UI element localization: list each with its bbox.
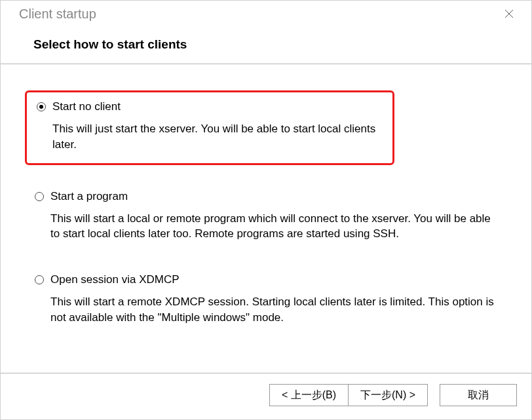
options-area: Start no client This will just start the… [1,64,531,365]
radio-dot-icon [39,105,43,109]
option-head: Start no client [37,100,383,113]
option-description: This will start a remote XDMCP session. … [50,294,496,326]
page-heading: Select how to start clients [33,37,499,52]
option-label[interactable]: Start no client [52,100,121,113]
option-description: This will start a local or remote progra… [50,211,496,242]
close-button[interactable] [496,4,522,24]
radio-start-no-client[interactable] [37,102,46,111]
radio-start-program[interactable] [35,192,44,201]
content-area: Select how to start clients Start no cli… [1,27,531,373]
option-head: Open session via XDMCP [35,273,497,286]
option-start-program: Start a program This will start a local … [27,185,505,249]
close-icon [504,9,514,18]
footer: < 上一步(B) 下一步(N) > 取消 [1,373,531,419]
option-label[interactable]: Open session via XDMCP [50,273,180,286]
window-title: Client startup [19,7,96,22]
option-start-no-client: Start no client This will just start the… [25,90,394,165]
header-row: Select how to start clients [1,27,531,64]
option-description: This will just start the xserver. You wi… [52,121,383,153]
option-label[interactable]: Start a program [50,190,128,203]
option-open-xdmcp: Open session via XDMCP This will start a… [27,268,505,332]
cancel-button[interactable]: 取消 [440,384,517,406]
back-button[interactable]: < 上一步(B) [269,384,348,406]
dialog-window: Client startup Select how to start clien… [0,0,532,420]
next-button[interactable]: 下一步(N) > [348,384,428,406]
option-head: Start a program [35,190,497,203]
titlebar: Client startup [1,1,531,27]
radio-open-xdmcp[interactable] [35,275,44,284]
